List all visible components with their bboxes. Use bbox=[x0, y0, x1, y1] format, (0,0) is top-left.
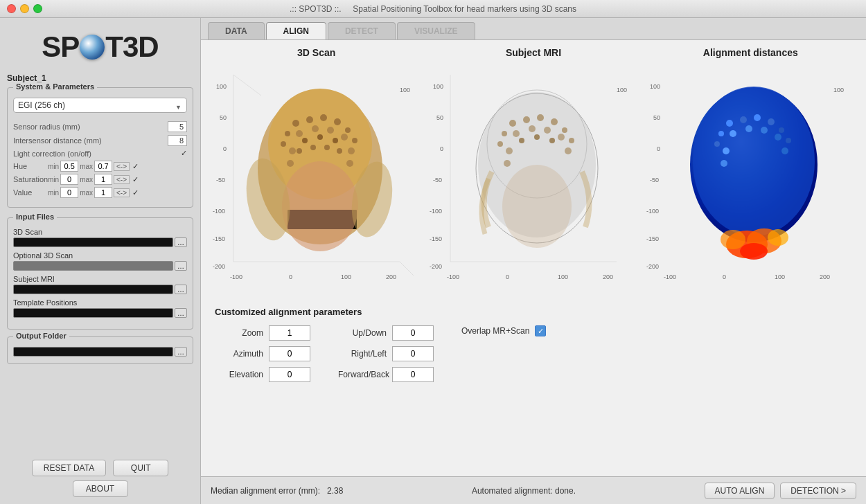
sat-max-label: max bbox=[80, 176, 93, 183]
svg-point-94 bbox=[693, 87, 815, 236]
svg-point-76 bbox=[565, 147, 572, 154]
svg-point-110 bbox=[761, 127, 768, 134]
forwardback-label: Forward/Back bbox=[338, 370, 387, 379]
subject-mri-title: Subject MRI bbox=[506, 47, 561, 58]
svg-text:-50: -50 bbox=[650, 177, 659, 183]
svg-point-62 bbox=[509, 120, 516, 127]
subject-mri-canvas: 100 50 0 -50 -100 -150 -200 -100 0 100 2… bbox=[430, 61, 637, 296]
tab-detect[interactable]: DETECT bbox=[328, 22, 396, 39]
svg-point-29 bbox=[341, 134, 348, 141]
svg-point-69 bbox=[497, 141, 503, 147]
light-correction-check: ✓ bbox=[181, 149, 187, 158]
subject-mri-row: … bbox=[13, 285, 187, 294]
svg-point-22 bbox=[345, 127, 351, 133]
svg-point-98 bbox=[768, 229, 788, 246]
azimuth-input[interactable] bbox=[269, 346, 310, 361]
val-arrows[interactable]: <-> bbox=[114, 188, 130, 197]
optional-3d-browse[interactable]: … bbox=[175, 261, 187, 271]
quit-button[interactable]: QUIT bbox=[113, 460, 168, 476]
params-col-mid: Up/Down Right/Left Forward/Back bbox=[338, 325, 434, 382]
alignment-svg: 100 50 0 -50 -100 -150 -200 -100 0 100 2… bbox=[646, 61, 854, 296]
svg-text:-50: -50 bbox=[433, 177, 442, 183]
sensor-radius-label: Sensor radius (mm) bbox=[13, 123, 168, 131]
val-max-label: max bbox=[80, 189, 93, 197]
alignment-title: Alignment distances bbox=[703, 47, 798, 58]
output-folder-browse[interactable]: … bbox=[175, 347, 187, 357]
scan-3d-browse[interactable]: … bbox=[175, 237, 187, 247]
app-subtitle: Spatial Positioning Toolbox for head mar… bbox=[353, 4, 576, 14]
svg-point-113 bbox=[721, 160, 727, 167]
maximize-button[interactable] bbox=[33, 4, 42, 13]
svg-point-24 bbox=[285, 131, 290, 136]
azimuth-row: Azimuth bbox=[215, 346, 310, 361]
minimize-button[interactable] bbox=[20, 4, 29, 13]
svg-text:200: 200 bbox=[603, 273, 613, 280]
template-browse[interactable]: … bbox=[175, 308, 187, 318]
svg-point-32 bbox=[289, 147, 296, 154]
svg-point-99 bbox=[740, 243, 768, 260]
subject-mri-browse[interactable]: … bbox=[175, 285, 187, 294]
views-area: 3D Scan 100 50 0 -50 -100 -150 bbox=[201, 40, 866, 300]
scan-3d-panel: 3D Scan 100 50 0 -50 -100 -150 bbox=[208, 47, 425, 296]
rightleft-input[interactable] bbox=[392, 346, 434, 361]
updown-input[interactable] bbox=[392, 325, 434, 341]
rightleft-label: Right/Left bbox=[338, 349, 387, 359]
svg-point-63 bbox=[523, 116, 530, 123]
svg-text:50: 50 bbox=[436, 114, 443, 121]
svg-text:0: 0 bbox=[657, 145, 660, 152]
overlap-row: Overlap MR+Scan ✓ bbox=[461, 325, 546, 336]
zoom-row: Zoom bbox=[215, 325, 310, 341]
svg-point-104 bbox=[779, 127, 784, 133]
svg-point-64 bbox=[537, 114, 544, 121]
detection-button[interactable]: DETECTION > bbox=[780, 483, 856, 499]
close-button[interactable] bbox=[7, 4, 16, 13]
svg-text:200: 200 bbox=[386, 273, 396, 280]
system-params-title: System & Parameters bbox=[13, 82, 97, 91]
auto-align-button[interactable]: AUTO ALIGN bbox=[705, 483, 775, 499]
output-folder-title: Output Folder bbox=[13, 332, 69, 340]
svg-point-39 bbox=[317, 134, 323, 140]
svg-text:200: 200 bbox=[820, 273, 830, 280]
val-max-val: 1 bbox=[94, 187, 112, 198]
hue-arrows[interactable]: <-> bbox=[114, 162, 130, 171]
logo-o-sphere bbox=[80, 35, 105, 60]
window-controls[interactable] bbox=[7, 4, 42, 13]
tab-visualize[interactable]: VISUALIZE bbox=[397, 22, 475, 39]
svg-point-106 bbox=[718, 131, 724, 136]
scan-3d-canvas: 100 50 0 -50 -100 -150 -200 -100 0 100 2… bbox=[213, 61, 421, 296]
svg-text:0: 0 bbox=[440, 145, 443, 152]
svg-point-67 bbox=[569, 138, 574, 143]
overlap-checkbox[interactable]: ✓ bbox=[535, 325, 546, 336]
sat-arrows[interactable]: <-> bbox=[114, 175, 130, 184]
svg-point-27 bbox=[312, 125, 319, 132]
svg-text:100: 100 bbox=[216, 83, 227, 90]
elevation-row: Elevation bbox=[215, 367, 310, 382]
system-select[interactable]: EGI (256 ch) bbox=[13, 98, 187, 113]
forwardback-input[interactable] bbox=[392, 367, 434, 382]
zoom-input[interactable] bbox=[269, 325, 310, 341]
svg-point-21 bbox=[334, 118, 341, 125]
zoom-label: Zoom bbox=[215, 328, 263, 338]
output-folder-row: … bbox=[13, 347, 187, 357]
titlebar: .:: SPOT3D ::. Spatial Positioning Toolb… bbox=[0, 0, 866, 18]
elevation-input[interactable] bbox=[269, 367, 310, 382]
svg-text:-50: -50 bbox=[216, 177, 225, 183]
reset-data-button[interactable]: RESET DATA bbox=[32, 460, 106, 476]
params-col-right: Overlap MR+Scan ✓ bbox=[461, 325, 546, 382]
forwardback-row: Forward/Back bbox=[338, 367, 434, 382]
svg-point-74 bbox=[506, 147, 513, 154]
sidebar: SPT3D Subject_1 System & Parameters EGI … bbox=[0, 18, 201, 504]
hue-min-val: 0.5 bbox=[60, 161, 78, 172]
svg-point-26 bbox=[296, 130, 303, 137]
tab-align[interactable]: ALIGN bbox=[266, 22, 326, 39]
system-select-wrapper[interactable]: EGI (256 ch) bbox=[13, 98, 187, 117]
svg-point-40 bbox=[333, 138, 338, 143]
svg-point-72 bbox=[544, 127, 551, 134]
svg-point-28 bbox=[327, 127, 334, 134]
content-area: DATA ALIGN DETECT VISUALIZE 3D Scan bbox=[201, 18, 866, 504]
tab-data[interactable]: DATA bbox=[208, 22, 265, 39]
svg-point-109 bbox=[745, 125, 752, 132]
about-button[interactable]: ABOUT bbox=[73, 480, 128, 497]
svg-point-20 bbox=[320, 114, 327, 121]
hue-max-label: max bbox=[80, 163, 93, 170]
